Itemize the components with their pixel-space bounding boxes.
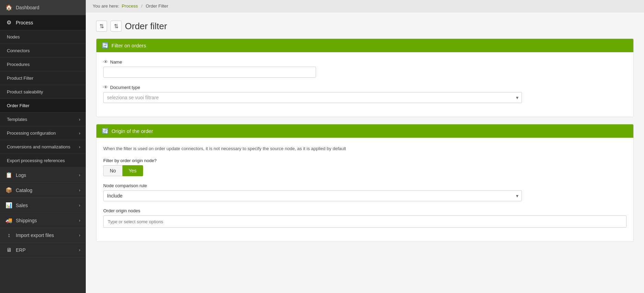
toggle-yes-btn[interactable]: Yes: [122, 165, 143, 176]
filter-origin-label: Filter by order origin node?: [103, 158, 627, 163]
sidebar-item-label-sales: Sales: [16, 203, 28, 208]
section-filter-on-orders: 🔄 Filter on orders 👁 Name 👁 Document: [96, 38, 634, 117]
sidebar-item-import-export-files[interactable]: ↕Import export files›: [0, 228, 86, 243]
sidebar-item-export-processing-references[interactable]: Export processing references: [0, 154, 86, 168]
name-input[interactable]: [103, 67, 316, 78]
sidebar-item-label-process: Process: [16, 20, 33, 25]
document-type-select[interactable]: seleziona se vuoi filtrare: [103, 92, 522, 103]
name-eye-icon: 👁: [103, 59, 108, 65]
import-export-files-icon: ↕: [5, 232, 12, 238]
section-origin-of-order: 🔄 Origin of the order When the filter is…: [96, 124, 634, 242]
sidebar-item-dashboard[interactable]: 🏠Dashboard: [0, 0, 86, 15]
node-comparison-select[interactable]: Include: [103, 190, 522, 201]
sidebar-item-label-catalog: Catalog: [16, 188, 32, 193]
sidebar-item-process[interactable]: ⚙Process: [0, 15, 86, 30]
sidebar-item-label-processing-configuration: Processing configuration: [7, 131, 56, 136]
sidebar-item-label-export-processing-references: Export processing references: [7, 158, 65, 163]
sidebar-item-processing-configuration[interactable]: Processing configuration›: [0, 126, 86, 140]
document-type-eye-icon: 👁: [103, 84, 108, 90]
order-origin-nodes-group: Order origin nodes: [103, 208, 627, 228]
toggle-no-btn[interactable]: No: [103, 165, 122, 176]
sidebar-item-label-dashboard: Dashboard: [16, 5, 39, 10]
section-origin-title: Origin of the order: [112, 128, 153, 134]
sidebar-item-erp[interactable]: 🖥ERP›: [0, 243, 86, 258]
document-type-select-wrapper: seleziona se vuoi filtrare: [103, 92, 522, 103]
sidebar-item-label-shippings: Shippings: [16, 218, 37, 223]
sidebar-item-shippings[interactable]: 🚚Shippings›: [0, 213, 86, 228]
node-comparison-group: Node comparison rule Include: [103, 183, 627, 201]
sidebar-item-procedures[interactable]: Procedures: [0, 58, 86, 71]
sidebar-item-logs[interactable]: 📋Logs›: [0, 168, 86, 183]
dashboard-icon: 🏠: [5, 4, 12, 11]
sidebar-item-sales[interactable]: 📊Sales›: [0, 198, 86, 213]
section-filter-on-orders-body: 👁 Name 👁 Document type seleziona se vuoi…: [96, 52, 633, 117]
logs-icon: 📋: [5, 172, 12, 178]
templates-arrow-icon: ›: [79, 117, 80, 122]
title-btn-up[interactable]: ⇅: [96, 21, 107, 32]
sidebar-item-label-nodes: Nodes: [7, 34, 20, 40]
name-label: 👁 Name: [103, 59, 627, 65]
section-origin-icon: 🔄: [102, 128, 109, 134]
conversions-and-normalizations-arrow-icon: ›: [79, 145, 80, 149]
logs-arrow-icon: ›: [79, 173, 80, 178]
section-filter-icon: 🔄: [102, 42, 109, 49]
breadcrumb: You are here: Process / Order Filter: [86, 0, 644, 12]
erp-icon: 🖥: [5, 247, 12, 253]
sidebar-item-label-templates: Templates: [7, 117, 27, 122]
title-btn-sort[interactable]: ⇅: [110, 21, 121, 32]
toggle-no-yes: No Yes: [103, 165, 627, 176]
erp-arrow-icon: ›: [79, 248, 80, 252]
sidebar-item-label-procedures: Procedures: [7, 62, 30, 67]
page-title-row: ⇅ ⇅ Order filter: [96, 21, 634, 32]
node-comparison-label: Node comparison rule: [103, 183, 627, 188]
section-origin-body: When the filter is used on order update …: [96, 138, 633, 241]
section-origin-header: 🔄 Origin of the order: [96, 124, 633, 138]
breadcrumb-sep: /: [141, 3, 142, 9]
sidebar-item-product-saleability[interactable]: Product saleability: [0, 85, 86, 99]
page-content: ⇅ ⇅ Order filter 🔄 Filter on orders 👁 Na…: [86, 12, 644, 257]
name-field-group: 👁 Name: [103, 59, 627, 78]
sales-icon: 📊: [5, 202, 12, 209]
sidebar-item-label-conversions-and-normalizations: Conversions and normalizations: [7, 144, 70, 149]
catalog-icon: 📦: [5, 187, 12, 193]
sales-arrow-icon: ›: [79, 203, 80, 208]
sidebar: 🏠Dashboard⚙ProcessNodesConnectorsProcedu…: [0, 0, 86, 293]
sidebar-item-label-erp: ERP: [16, 247, 26, 253]
order-origin-nodes-input[interactable]: [103, 215, 627, 228]
sidebar-item-label-logs: Logs: [16, 172, 26, 178]
document-type-label: 👁 Document type: [103, 84, 627, 90]
sidebar-item-conversions-and-normalizations[interactable]: Conversions and normalizations›: [0, 140, 86, 154]
catalog-arrow-icon: ›: [79, 188, 80, 193]
sidebar-item-label-order-filter: Order Filter: [7, 103, 30, 108]
page-title: Order filter: [125, 21, 167, 32]
origin-info-text: When the filter is used on order update …: [103, 145, 627, 153]
shippings-icon: 🚚: [5, 217, 12, 224]
sidebar-item-label-import-export-files: Import export files: [16, 233, 54, 238]
sidebar-item-templates[interactable]: Templates›: [0, 113, 86, 126]
sidebar-item-connectors[interactable]: Connectors: [0, 44, 86, 58]
main-content: You are here: Process / Order Filter ⇅ ⇅…: [86, 0, 644, 293]
document-type-field-group: 👁 Document type seleziona se vuoi filtra…: [103, 84, 627, 103]
order-origin-nodes-label: Order origin nodes: [103, 208, 627, 213]
sidebar-item-catalog[interactable]: 📦Catalog›: [0, 183, 86, 198]
shippings-arrow-icon: ›: [79, 218, 80, 223]
breadcrumb-order-filter: Order Filter: [146, 3, 168, 9]
sidebar-item-label-product-filter: Product Filter: [7, 76, 33, 81]
sidebar-item-order-filter[interactable]: Order Filter: [0, 99, 86, 113]
filter-origin-node-group: Filter by order origin node? No Yes: [103, 158, 627, 176]
processing-configuration-arrow-icon: ›: [79, 131, 80, 136]
sidebar-item-label-product-saleability: Product saleability: [7, 89, 43, 94]
section-filter-title: Filter on orders: [112, 43, 146, 48]
sidebar-item-nodes[interactable]: Nodes: [0, 30, 86, 44]
sidebar-item-label-connectors: Connectors: [7, 48, 30, 53]
node-comparison-select-wrapper: Include: [103, 190, 522, 201]
breadcrumb-process[interactable]: Process: [122, 3, 138, 9]
section-filter-on-orders-header: 🔄 Filter on orders: [96, 39, 633, 52]
breadcrumb-you-are-here: You are here:: [93, 3, 120, 9]
import-export-files-arrow-icon: ›: [79, 233, 80, 238]
process-icon: ⚙: [5, 19, 12, 26]
sidebar-item-product-filter[interactable]: Product Filter: [0, 71, 86, 85]
